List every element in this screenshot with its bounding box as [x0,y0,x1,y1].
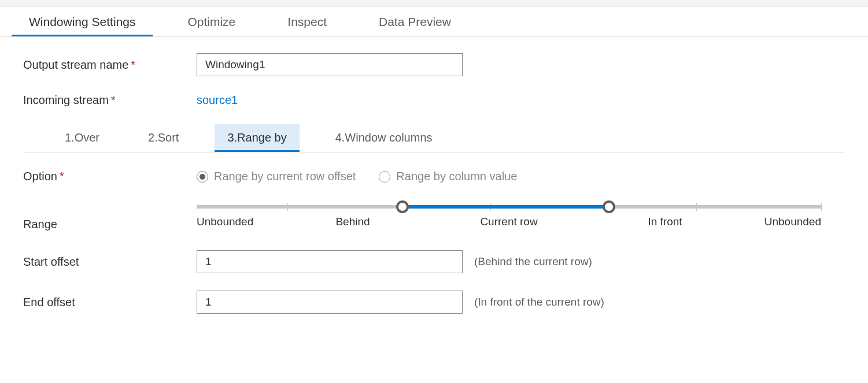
required-icon: * [131,58,135,71]
output-stream-input[interactable] [197,53,463,76]
slider-track [197,205,821,209]
slider-handle-start[interactable] [396,200,409,213]
incoming-stream-label: Incoming stream* [23,94,197,107]
radio-icon [379,171,390,183]
range-label: Range [23,200,197,231]
topbar [0,0,868,7]
slider-handle-end[interactable] [603,200,615,213]
start-offset-input[interactable] [197,250,463,273]
tab-inspect[interactable]: Inspect [270,7,344,36]
subtab-sort[interactable]: 2.Sort [135,124,191,152]
slider-fill [402,205,608,209]
settings-panel: Output stream name* Incoming stream* sou… [0,37,868,354]
option-label: Option* [23,170,197,183]
slider-tick [821,203,822,211]
radio-icon [197,171,208,183]
radio-column-value-label: Range by column value [396,170,517,183]
option-radio-group: Range by current row offset Range by col… [197,170,517,183]
start-offset-label: Start offset [23,255,197,269]
slider-labels: Unbounded Behind Current row In front Un… [197,215,821,233]
end-offset-hint: (In front of the current row) [474,296,604,308]
tab-optimize[interactable]: Optimize [170,7,253,36]
tab-data-preview[interactable]: Data Preview [361,7,468,36]
radio-row-offset[interactable]: Range by current row offset [197,170,356,183]
main-tabs: Windowing Settings Optimize Inspect Data… [0,7,868,37]
start-offset-hint: (Behind the current row) [474,255,592,268]
slider-label-unbounded-left: Unbounded [197,215,253,228]
end-offset-label: End offset [23,296,197,309]
incoming-stream-link[interactable]: source1 [197,94,238,107]
subtab-range-by[interactable]: 3.Range by [215,124,299,152]
subtab-over[interactable]: 1.Over [52,124,112,152]
radio-row-offset-label: Range by current row offset [214,170,356,183]
required-icon: * [60,170,64,183]
subtab-window-columns[interactable]: 4.Window columns [323,124,445,152]
tab-windowing-settings[interactable]: Windowing Settings [12,7,153,36]
slider-tick [287,203,288,211]
slider-label-behind: Behind [335,215,370,228]
slider-label-unbounded-right: Unbounded [764,215,821,228]
subtabs: 1.Over 2.Sort 3.Range by 4.Window column… [23,124,845,153]
required-icon: * [111,94,116,106]
output-stream-label: Output stream name* [23,58,197,72]
end-offset-input[interactable] [197,291,463,314]
slider-tick [197,203,197,211]
slider-label-current-row: Current row [480,215,537,228]
slider-tick [696,203,697,211]
slider-label-in-front: In front [648,215,682,228]
radio-column-value[interactable]: Range by column value [379,170,517,183]
range-slider[interactable]: Unbounded Behind Current row In front Un… [197,205,821,233]
